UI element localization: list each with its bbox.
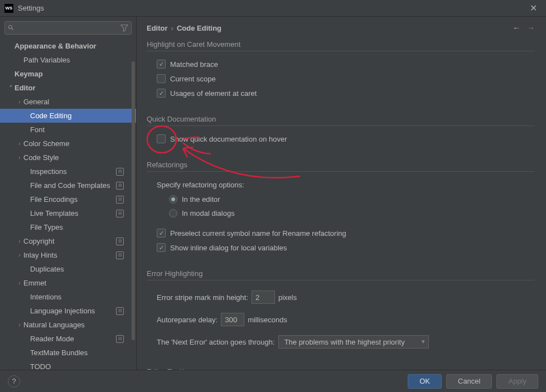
titlebar: WS Settings ✕ — [0, 0, 546, 17]
project-scope-icon: ⊟ — [116, 168, 124, 176]
sidebar-item-inlay-hints[interactable]: ›Inlay Hints⊟ — [0, 248, 136, 262]
expand-icon[interactable]: › — [16, 252, 23, 258]
sidebar-item-textmate-bundles[interactable]: TextMate Bundles — [0, 346, 136, 360]
section-quickdoc-title: Quick Documentation — [147, 112, 535, 126]
expand-icon[interactable]: › — [16, 322, 23, 328]
sidebar-item-label: Natural Languages — [23, 321, 124, 329]
expand-icon[interactable]: › — [16, 99, 23, 105]
sidebar-item-color-scheme[interactable]: ›Color Scheme — [0, 137, 136, 151]
label-stripe-post: pixels — [278, 293, 297, 302]
breadcrumb-leaf: Code Editing — [177, 24, 221, 32]
sidebar-item-label: Appearance & Behavior — [15, 42, 124, 50]
sidebar-item-label: TextMate Bundles — [30, 349, 124, 357]
sidebar-item-duplicates[interactable]: Duplicates — [0, 262, 136, 276]
input-stripe-height[interactable] — [252, 291, 275, 304]
label-in-modal: In modal dialogs — [182, 209, 235, 217]
checkbox-current-scope[interactable] — [157, 74, 166, 83]
help-button[interactable]: ? — [8, 375, 20, 388]
settings-tree: Appearance & BehaviorPath VariablesKeyma… — [0, 39, 136, 370]
breadcrumb-root: Editor — [147, 24, 168, 32]
sidebar-item-label: Emmet — [23, 279, 124, 287]
section-error-hl-title: Error Highlighting — [147, 266, 535, 280]
expand-icon[interactable]: ˅ — [7, 85, 15, 91]
sidebar-item-label: Keymap — [15, 70, 124, 78]
nav-back-icon[interactable]: ← — [513, 23, 520, 32]
sidebar-item-label: Language Injections — [30, 307, 116, 315]
apply-button[interactable]: Apply — [496, 374, 538, 389]
filter-icon[interactable] — [120, 24, 128, 32]
settings-sidebar: Appearance & BehaviorPath VariablesKeyma… — [0, 17, 137, 370]
expand-icon[interactable]: › — [16, 154, 23, 161]
breadcrumb: Editor › Code Editing ← → — [137, 17, 546, 37]
sidebar-item-natural-languages[interactable]: ›Natural Languages — [0, 318, 136, 332]
checkbox-matched-brace[interactable] — [157, 60, 166, 69]
sidebar-item-appearance-behavior[interactable]: Appearance & Behavior — [0, 39, 136, 53]
window-title: Settings — [18, 4, 525, 12]
sidebar-item-file-encodings[interactable]: File Encodings⊟ — [0, 192, 136, 206]
sidebar-item-label: Code Style — [23, 153, 124, 162]
sidebar-item-live-templates[interactable]: Live Templates⊟ — [0, 206, 136, 220]
sidebar-item-label: File and Code Templates — [30, 181, 116, 190]
input-autoreparse-delay[interactable] — [221, 313, 244, 326]
sidebar-item-label: Intentions — [30, 293, 124, 301]
sidebar-item-label: Editor — [15, 84, 124, 92]
sidebar-item-label: TODO — [30, 362, 124, 370]
sidebar-item-editor[interactable]: ˅Editor — [0, 81, 136, 95]
combo-next-error[interactable]: The problems with the highest priority — [278, 335, 429, 349]
sidebar-item-label: Live Templates — [30, 209, 116, 217]
label-usages: Usages of element at caret — [170, 89, 257, 98]
sidebar-item-copyright[interactable]: ›Copyright⊟ — [0, 234, 136, 248]
ok-button[interactable]: OK — [408, 374, 442, 389]
sidebar-item-label: Font — [30, 125, 124, 134]
sidebar-item-file-types[interactable]: File Types — [0, 220, 136, 234]
search-input[interactable] — [4, 21, 132, 35]
checkbox-usages[interactable] — [157, 89, 166, 98]
sidebar-item-language-injections[interactable]: Language Injections⊟ — [0, 304, 136, 318]
sidebar-item-general[interactable]: ›General — [0, 95, 136, 109]
sidebar-item-label: General — [23, 98, 124, 106]
label-in-editor: In the editor — [182, 195, 220, 204]
nav-forward-icon[interactable]: → — [527, 23, 535, 32]
sidebar-item-file-and-code-templates[interactable]: File and Code Templates⊟ — [0, 178, 136, 192]
sidebar-item-path-variables[interactable]: Path Variables — [0, 53, 136, 67]
label-autoreparse-pre: Autoreparse delay: — [157, 316, 218, 324]
project-scope-icon: ⊟ — [116, 335, 124, 343]
checkbox-quickdoc-hover[interactable] — [157, 134, 166, 143]
sidebar-item-code-style[interactable]: ›Code Style — [0, 151, 136, 164]
sidebar-item-keymap[interactable]: Keymap — [0, 67, 136, 81]
sidebar-item-emmet[interactable]: ›Emmet — [0, 276, 136, 290]
project-scope-icon: ⊟ — [116, 182, 124, 190]
sidebar-item-label: Duplicates — [30, 265, 124, 273]
sidebar-item-label: Path Variables — [23, 56, 124, 64]
project-scope-icon: ⊟ — [116, 196, 124, 204]
sidebar-item-inspections[interactable]: Inspections⊟ — [0, 164, 136, 178]
expand-icon[interactable]: › — [16, 280, 23, 286]
expand-icon[interactable]: › — [16, 141, 23, 147]
sidebar-item-label: Reader Mode — [30, 335, 116, 343]
checkbox-inline-dialog[interactable] — [157, 243, 166, 252]
sidebar-item-code-editing[interactable]: Code Editing — [0, 109, 136, 123]
sidebar-item-reader-mode[interactable]: Reader Mode⊟ — [0, 332, 136, 346]
sidebar-item-label: Inlay Hints — [23, 251, 116, 259]
sidebar-item-todo[interactable]: TODO — [0, 360, 136, 370]
checkbox-preselect-symbol[interactable] — [157, 229, 166, 238]
label-current-scope: Current scope — [170, 75, 216, 83]
expand-icon[interactable]: › — [16, 238, 23, 244]
cancel-button[interactable]: Cancel — [446, 374, 492, 389]
close-icon[interactable]: ✕ — [525, 3, 542, 13]
label-specify-refactoring: Specify refactoring options: — [147, 177, 535, 192]
section-tooltips-title: Editor Tooltips — [147, 364, 535, 370]
label-inline-dialog: Show inline dialog for local variables — [170, 244, 287, 252]
radio-in-editor[interactable] — [169, 195, 177, 204]
project-scope-icon: ⊟ — [116, 238, 124, 245]
tree-scrollbar[interactable] — [132, 61, 135, 340]
sidebar-item-intentions[interactable]: Intentions — [0, 290, 136, 304]
sidebar-item-label: Inspections — [30, 167, 116, 176]
project-scope-icon: ⊟ — [116, 307, 124, 315]
app-icon: WS — [4, 4, 13, 13]
sidebar-item-font[interactable]: Font — [0, 123, 136, 137]
radio-in-modal[interactable] — [169, 209, 177, 217]
label-stripe-pre: Error stripe mark min height: — [157, 293, 248, 302]
sidebar-item-label: Color Scheme — [23, 139, 124, 148]
label-next-error-pre: The 'Next Error' action goes through: — [157, 338, 275, 346]
